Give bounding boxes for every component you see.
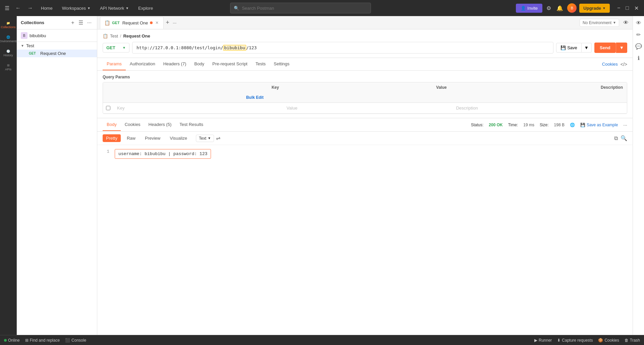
sidebar-item-apis[interactable]: ⊞ APIs <box>1 61 16 74</box>
copy-response-button[interactable]: ⧉ <box>614 135 618 141</box>
params-checkbox[interactable] <box>106 106 110 110</box>
save-as-example-button[interactable]: 💾 Save as Example <box>580 123 618 127</box>
back-button[interactable]: ← <box>13 4 23 12</box>
home-button[interactable]: Home <box>38 4 56 12</box>
cookies-icon: 🍪 <box>598 338 603 343</box>
tab-label: Request One <box>122 20 148 25</box>
globe-icon: 🌐 <box>570 123 575 127</box>
tab-method-label: GET <box>112 21 120 25</box>
more-tabs-button[interactable]: ··· <box>171 20 178 25</box>
environment-settings-icon[interactable]: 👁 <box>622 18 630 27</box>
right-panel-info-button[interactable]: ℹ <box>636 54 641 63</box>
method-select[interactable]: GET ▼ <box>103 43 129 53</box>
explore-button[interactable]: Explore <box>135 4 156 12</box>
collection-item[interactable]: ▼ Test <box>17 42 97 50</box>
right-panel-eye-button[interactable]: 👁 <box>635 19 643 27</box>
send-button[interactable]: Send <box>594 43 616 53</box>
resp-tab-body[interactable]: Body <box>103 119 121 131</box>
sidebar-item-environments[interactable]: 🌐 Environments <box>1 33 16 46</box>
status-value: 200 OK <box>489 123 502 127</box>
resp-format-pretty[interactable]: Pretty <box>103 134 121 142</box>
forward-button[interactable]: → <box>25 4 35 12</box>
save-button[interactable]: 💾 Save <box>556 43 582 53</box>
tab-body[interactable]: Body <box>190 58 208 70</box>
online-status: Online <box>4 338 20 343</box>
capture-requests-button[interactable]: ⬇ Capture requests <box>557 338 593 343</box>
trash-button[interactable]: 🗑 Trash <box>625 338 640 343</box>
url-field[interactable]: http://127.0.0.1:8080/test/login/bibubib… <box>132 42 553 54</box>
request-item[interactable]: GET Request One <box>17 50 97 57</box>
wrap-text-icon[interactable]: ⇌ <box>216 135 220 141</box>
tab-bar: 📋 GET Request One ✕ + ··· No Environment… <box>97 16 633 29</box>
invite-button[interactable]: 👤 Invite <box>516 4 542 13</box>
filter-collections-button[interactable]: ☰ <box>77 19 85 26</box>
search-response-button[interactable]: 🔍 <box>621 135 627 141</box>
bulk-edit-button[interactable]: Bulk Edit <box>242 92 268 102</box>
tab-close-button[interactable]: ✕ <box>155 20 159 25</box>
tab-tests[interactable]: Tests <box>252 58 270 70</box>
code-button[interactable]: </> <box>621 62 627 67</box>
environment-select[interactable]: No Environment ▼ <box>580 19 619 27</box>
sidebar-item-history[interactable]: 🕐 History <box>1 47 16 60</box>
tab-prerequest[interactable]: Pre-request Script <box>208 58 252 70</box>
resp-format-preview[interactable]: Preview <box>142 134 164 142</box>
console-button[interactable]: ⬛ Console <box>65 338 86 343</box>
more-collections-button[interactable]: ··· <box>86 19 93 26</box>
tab-params[interactable]: Params <box>103 58 126 70</box>
url-suffix: /123 <box>246 45 257 50</box>
trash-icon: 🗑 <box>625 338 629 343</box>
expand-icon[interactable]: ▼ <box>21 44 24 48</box>
description-input[interactable] <box>456 106 618 111</box>
value-column-header: Value <box>432 82 597 92</box>
workspaces-button[interactable]: Workspaces ▼ <box>59 4 94 12</box>
close-button[interactable]: ✕ <box>632 4 641 12</box>
settings-icon[interactable]: ⚙ <box>545 4 552 13</box>
response-more-button[interactable]: ··· <box>623 122 627 128</box>
find-replace-button[interactable]: ⊞ Find and replace <box>25 338 60 343</box>
response-code-area: 1 username: bibubibu | password: 123 <box>97 145 633 335</box>
method-label: GET <box>106 45 115 50</box>
key-input[interactable] <box>117 106 278 111</box>
search-input[interactable] <box>242 6 367 11</box>
tab-headers[interactable]: Headers (7) <box>159 58 191 70</box>
chevron-down-icon: ▼ <box>208 136 211 140</box>
send-dropdown-button[interactable]: ▼ <box>616 43 627 53</box>
resp-tab-headers[interactable]: Headers (5) <box>145 119 176 131</box>
menu-icon[interactable]: ☰ <box>3 4 11 13</box>
add-collection-button[interactable]: + <box>70 19 75 26</box>
sidebar-item-collections[interactable]: 📁 Collections <box>1 19 16 31</box>
search-bar[interactable]: 🔍 <box>230 3 371 13</box>
right-panel-edit-button[interactable]: ✏ <box>635 30 642 39</box>
format-select[interactable]: Text ▼ <box>196 135 214 142</box>
cookies-button[interactable]: Cookies <box>602 62 618 67</box>
request-name: Request One <box>40 51 66 56</box>
upgrade-button[interactable]: Upgrade ▼ <box>579 4 610 13</box>
runner-button[interactable]: ▶ Runner <box>534 338 552 343</box>
value-input[interactable] <box>286 106 448 111</box>
tab-request-one[interactable]: 📋 GET Request One ✕ <box>100 17 164 29</box>
notifications-icon[interactable]: 🔔 <box>555 4 565 13</box>
resp-format-visualize[interactable]: Visualize <box>166 134 191 142</box>
tab-authorization[interactable]: Authorization <box>126 58 159 70</box>
right-sidebar: 👁 ✏ 💬 ℹ <box>633 16 644 335</box>
workspace-row[interactable]: B bibubibu <box>17 29 97 42</box>
chevron-down-icon: ▼ <box>613 21 616 24</box>
resp-tab-test-results[interactable]: Test Results <box>175 119 207 131</box>
breadcrumb: 📋 Test / Request One <box>103 33 627 39</box>
maximize-button[interactable]: □ <box>624 4 631 12</box>
cookies-bottom-button[interactable]: 🍪 Cookies <box>598 338 619 343</box>
save-dropdown-button[interactable]: ▼ <box>582 43 592 53</box>
environment-label: No Environment <box>583 20 611 25</box>
user-icon: 👤 <box>521 6 526 11</box>
tab-settings[interactable]: Settings <box>270 58 293 70</box>
new-tab-button[interactable]: + <box>164 19 171 26</box>
resp-format-raw[interactable]: Raw <box>123 134 139 142</box>
right-panel-comment-button[interactable]: 💬 <box>634 42 643 51</box>
minimize-button[interactable]: − <box>615 4 622 12</box>
api-network-button[interactable]: API Network ▼ <box>97 4 132 12</box>
resp-tab-cookies[interactable]: Cookies <box>121 119 145 131</box>
avatar[interactable]: B <box>567 3 577 13</box>
request-tabs: Params Authorization Headers (7) Body Pr… <box>97 58 633 71</box>
chevron-down-icon: ▼ <box>122 46 126 50</box>
workspace-name: bibubibu <box>30 33 46 38</box>
